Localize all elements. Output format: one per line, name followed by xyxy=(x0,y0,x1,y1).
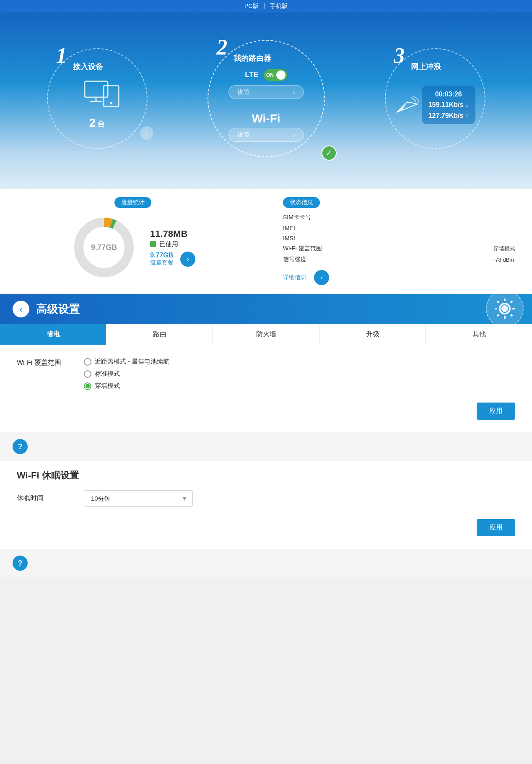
radio-circle-short xyxy=(84,358,91,366)
wifi-settings-btn[interactable]: 设置 › xyxy=(228,128,304,142)
hero-section: 1 接入设备 2台 › 2 我的路由器 LTE xyxy=(0,13,532,189)
svg-line-17 xyxy=(511,301,512,303)
gear-icon-large xyxy=(486,290,524,327)
advanced-title: 高级设置 xyxy=(36,302,80,317)
status-grid: SIM卡卡号 IMEI IMSI Wi-Fi 覆盖范围 穿墙模式 信号强度 -7… xyxy=(283,214,515,263)
status-info: 状态信息 SIM卡卡号 IMEI IMSI Wi-Fi 覆盖范围 穿墙模式 信号… xyxy=(266,197,515,285)
wifi-coverage-settings: Wi-Fi 覆盖范围 近距离模式 - 最佳电池续航 标准模式 穿墙模式 应用 xyxy=(0,345,532,432)
stats-section: 流量统计 9.77GB 11.78MB 已使用 xyxy=(0,189,532,294)
help-section-2: ? xyxy=(0,549,532,577)
step2-label: 我的路由器 xyxy=(234,53,271,63)
gear-icon xyxy=(492,296,517,321)
used-label: 已使用 xyxy=(159,240,178,248)
help-section-1: ? xyxy=(0,432,532,461)
used-dot xyxy=(150,241,156,247)
radio-short-range[interactable]: 近距离模式 - 最佳电池续航 xyxy=(84,358,169,366)
tab-upgrade[interactable]: 升级 xyxy=(319,324,426,345)
pc-version-link[interactable]: PC版 xyxy=(244,3,258,9)
step3-circle: 3 网上冲浪 00:03:26 159.11Kb/s ↓ 127.79Kb/s … xyxy=(385,48,485,149)
divider: | xyxy=(263,3,265,9)
radio-group-wifi-coverage: 近距离模式 - 最佳电池续航 标准模式 穿墙模式 xyxy=(84,358,169,390)
svg-line-15 xyxy=(497,301,499,303)
step1-label: 接入设备 xyxy=(73,62,103,72)
detail-arrow-btn[interactable]: › xyxy=(314,270,329,285)
wifi-sleep-title: Wi-Fi 休眠设置 xyxy=(17,469,515,482)
sim-key: SIM卡卡号 xyxy=(283,214,322,221)
svg-line-18 xyxy=(497,314,499,316)
traffic-detail-btn[interactable]: › xyxy=(180,252,195,267)
tab-routing[interactable]: 路由 xyxy=(106,324,213,345)
step2-number: 2 xyxy=(217,36,228,58)
imei-key: IMEI xyxy=(283,225,322,231)
device-count: 2台 xyxy=(89,116,105,130)
help-btn-2[interactable]: ? xyxy=(13,556,28,571)
quota-label: 流量套餐 xyxy=(150,259,174,267)
detail-link[interactable]: 详细信息 xyxy=(283,274,306,281)
mode-val: 穿墙模式 xyxy=(493,245,515,252)
help-btn-1[interactable]: ? xyxy=(13,439,28,454)
advanced-header: ‹ 高级设置 xyxy=(0,294,532,324)
svg-point-4 xyxy=(110,102,112,104)
apply-btn-coverage[interactable]: 应用 xyxy=(477,403,515,420)
status-badge: 状态信息 xyxy=(283,197,320,208)
check-badge: ✓ xyxy=(322,146,337,161)
setting-row-wifi: Wi-Fi 覆盖范围 近距离模式 - 最佳电池续航 标准模式 穿墙模式 xyxy=(17,358,515,390)
step1-number: 1 xyxy=(56,45,67,67)
radio-standard-mode[interactable]: 标准模式 xyxy=(84,370,169,378)
step1-circle: 1 接入设备 2台 › xyxy=(47,48,148,149)
traffic-badge: 流量统计 xyxy=(114,197,151,208)
apply-btn-sleep[interactable]: 应用 xyxy=(477,519,515,536)
lte-label: LTE xyxy=(245,70,259,79)
step3-number: 3 xyxy=(394,45,405,67)
back-btn[interactable]: ‹ xyxy=(13,301,29,317)
tablet-icon xyxy=(103,85,120,108)
donut-area: 9.77GB 11.78MB 已使用 9.77GB 流量套餐 › xyxy=(70,214,195,281)
sleep-time-select[interactable]: 10分钟 5分钟 15分钟 30分钟 永不 xyxy=(84,490,193,507)
used-mb: 11.78MB xyxy=(150,229,195,239)
sleep-time-select-wrap: 10分钟 5分钟 15分钟 30分钟 永不 ▼ xyxy=(84,490,193,507)
svg-line-16 xyxy=(511,314,512,316)
lte-row: LTE ON xyxy=(245,69,287,81)
tab-other[interactable]: 其他 xyxy=(426,324,532,345)
signal-val: -78 dBm xyxy=(493,257,515,263)
sleep-time-key: 休眠时间 xyxy=(17,494,67,503)
lte-settings-btn[interactable]: 设置 › xyxy=(228,85,304,99)
toggle-knob xyxy=(276,70,285,80)
radio-circle-standard xyxy=(84,370,91,378)
quota-gb: 9.77GB xyxy=(150,252,174,259)
imsi-key: IMSI xyxy=(283,235,322,242)
sleep-row: 休眠时间 10分钟 5分钟 15分钟 30分钟 永不 ▼ xyxy=(17,490,515,507)
signal-key: 信号强度 xyxy=(283,256,322,263)
step2-circle: 2 我的路由器 LTE ON 设置 › Wi-Fi 设置 › ✓ xyxy=(208,40,325,157)
radio-circle-wall xyxy=(84,382,91,390)
toggle-on-text: ON xyxy=(266,72,274,78)
tab-bar: 省电 路由 防火墙 升级 其他 xyxy=(0,324,532,345)
mobile-version-link[interactable]: 手机版 xyxy=(270,3,288,9)
wifi-label: Wi-Fi xyxy=(252,112,280,125)
paper-plane-icon xyxy=(394,94,420,114)
svg-marker-6 xyxy=(397,102,407,112)
tab-power-saving[interactable]: 省电 xyxy=(0,324,106,345)
wifi-coverage-label: Wi-Fi 覆盖范围 xyxy=(17,358,67,367)
lte-toggle[interactable]: ON xyxy=(264,69,287,81)
internet-time: 00:03:26 159.11Kb/s ↓ 127.79Kb/s ↑ xyxy=(428,89,469,121)
step3-label: 网上冲浪 xyxy=(411,62,441,72)
svg-point-10 xyxy=(501,305,508,312)
donut-info: 11.78MB 已使用 9.77GB 流量套餐 › xyxy=(150,229,195,267)
traffic-stats: 流量统计 9.77GB 11.78MB 已使用 xyxy=(17,197,266,285)
step1-arrow[interactable]: › xyxy=(140,126,153,140)
tab-firewall[interactable]: 防火墙 xyxy=(213,324,319,345)
top-bar: PC版 | 手机版 xyxy=(0,0,532,13)
donut-chart: 9.77GB xyxy=(70,214,138,281)
wifi-sleep-section: Wi-Fi 休眠设置 休眠时间 10分钟 5分钟 15分钟 30分钟 永不 ▼ … xyxy=(0,461,532,549)
wifi-coverage-key: Wi-Fi 覆盖范围 xyxy=(283,245,322,252)
radio-wall-penetrate[interactable]: 穿墙模式 xyxy=(84,382,169,390)
donut-center-label: 9.77GB xyxy=(91,243,117,252)
